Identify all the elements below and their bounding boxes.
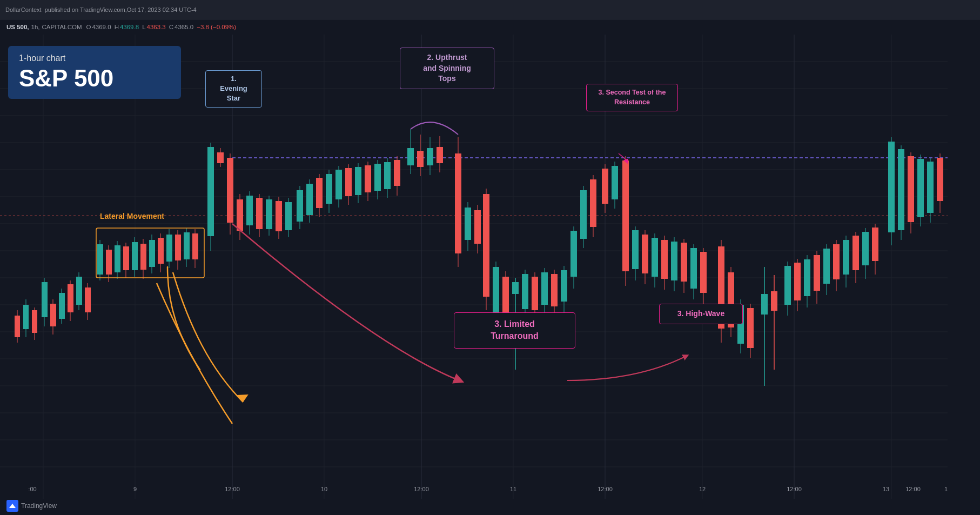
svg-rect-86 bbox=[276, 201, 282, 231]
tv-icon bbox=[6, 500, 18, 512]
svg-rect-180 bbox=[761, 294, 768, 315]
svg-text:12:00: 12:00 bbox=[225, 486, 240, 492]
svg-rect-42 bbox=[68, 284, 73, 312]
svg-rect-118 bbox=[437, 147, 443, 163]
lateral-movement-annotation: Lateral Movement bbox=[100, 212, 164, 220]
tradingview-logo: TradingView bbox=[6, 500, 57, 512]
svg-rect-92 bbox=[306, 184, 313, 215]
platform-text: published on TradingView.com, bbox=[45, 6, 127, 13]
svg-rect-156 bbox=[632, 230, 639, 269]
svg-rect-162 bbox=[661, 240, 668, 279]
o-label: O bbox=[86, 24, 91, 30]
svg-rect-198 bbox=[853, 236, 859, 270]
svg-rect-114 bbox=[417, 151, 424, 167]
svg-rect-32 bbox=[23, 305, 29, 329]
svg-rect-204 bbox=[888, 142, 895, 232]
svg-rect-30 bbox=[15, 316, 20, 337]
svg-rect-116 bbox=[427, 148, 433, 165]
svg-rect-106 bbox=[374, 164, 381, 191]
svg-rect-150 bbox=[602, 169, 608, 204]
svg-rect-212 bbox=[927, 162, 934, 213]
svg-rect-80 bbox=[246, 196, 253, 225]
svg-rect-158 bbox=[642, 235, 648, 273]
svg-rect-194 bbox=[833, 244, 840, 279]
svg-rect-208 bbox=[908, 156, 914, 222]
c-value: 4365.0 bbox=[174, 24, 193, 30]
svg-rect-84 bbox=[266, 199, 272, 229]
svg-rect-72 bbox=[207, 147, 214, 236]
svg-rect-122 bbox=[465, 208, 471, 240]
svg-rect-214 bbox=[937, 158, 943, 201]
svg-rect-200 bbox=[862, 232, 869, 265]
svg-text:11: 11 bbox=[510, 486, 516, 492]
svg-rect-40 bbox=[59, 293, 65, 319]
svg-text:12:00: 12:00 bbox=[905, 486, 921, 492]
svg-rect-48 bbox=[97, 244, 103, 275]
svg-rect-70 bbox=[192, 233, 198, 259]
svg-rect-134 bbox=[522, 274, 528, 309]
svg-rect-166 bbox=[681, 243, 687, 282]
svg-rect-170 bbox=[700, 252, 707, 293]
svg-rect-148 bbox=[590, 179, 596, 227]
svg-rect-140 bbox=[551, 274, 558, 306]
svg-rect-94 bbox=[316, 178, 323, 208]
svg-rect-64 bbox=[166, 235, 172, 262]
svg-rect-110 bbox=[394, 160, 400, 186]
svg-text::00: :00 bbox=[28, 486, 36, 492]
svg-text:12:00: 12:00 bbox=[598, 486, 613, 492]
svg-rect-120 bbox=[455, 153, 461, 253]
svg-rect-74 bbox=[217, 152, 224, 163]
svg-rect-126 bbox=[483, 194, 489, 297]
svg-rect-96 bbox=[326, 174, 332, 204]
publisher-name: DollarContext bbox=[5, 6, 42, 13]
svg-rect-90 bbox=[297, 190, 303, 222]
svg-rect-202 bbox=[872, 228, 878, 261]
chart-canvas: :00 9 12:00 10 12:00 11 12:00 12 12:00 1… bbox=[0, 35, 948, 499]
svg-rect-62 bbox=[158, 238, 164, 264]
svg-rect-184 bbox=[784, 266, 791, 305]
svg-rect-66 bbox=[175, 235, 181, 260]
publish-date: Oct 17, 2023 02:34 UTC-4 bbox=[127, 6, 197, 13]
svg-rect-186 bbox=[794, 263, 801, 300]
svg-text:12: 12 bbox=[699, 486, 706, 492]
svg-rect-132 bbox=[512, 282, 519, 294]
svg-rect-112 bbox=[407, 148, 414, 165]
svg-text:10: 10 bbox=[321, 486, 327, 492]
svg-rect-34 bbox=[32, 310, 37, 333]
svg-rect-136 bbox=[532, 277, 538, 310]
svg-rect-50 bbox=[106, 250, 112, 275]
symbol-name: US 500, bbox=[6, 24, 29, 30]
svg-rect-192 bbox=[823, 249, 830, 284]
svg-rect-168 bbox=[690, 248, 697, 289]
svg-rect-164 bbox=[671, 242, 677, 280]
svg-rect-174 bbox=[728, 272, 734, 327]
l-value: 4363.3 bbox=[147, 24, 166, 30]
svg-rect-206 bbox=[898, 149, 904, 230]
svg-rect-36 bbox=[42, 282, 48, 317]
top-bar: DollarContext published on TradingView.c… bbox=[0, 0, 980, 19]
svg-rect-60 bbox=[149, 240, 155, 267]
svg-rect-104 bbox=[365, 165, 371, 192]
hero-box: 1-hour chart S&P 500 bbox=[8, 46, 181, 99]
svg-rect-54 bbox=[123, 246, 129, 270]
svg-rect-190 bbox=[814, 255, 820, 291]
svg-rect-142 bbox=[561, 270, 567, 302]
svg-text:16: 16 bbox=[944, 486, 948, 492]
svg-rect-210 bbox=[917, 159, 924, 217]
svg-rect-100 bbox=[345, 168, 352, 196]
svg-rect-68 bbox=[184, 232, 190, 259]
svg-rect-172 bbox=[718, 246, 724, 329]
svg-text:9: 9 bbox=[133, 486, 137, 492]
svg-rect-154 bbox=[622, 160, 629, 271]
svg-text:13: 13 bbox=[883, 486, 889, 492]
svg-rect-56 bbox=[132, 242, 138, 270]
svg-rect-78 bbox=[237, 199, 243, 231]
chart-title: S&P 500 bbox=[19, 65, 170, 91]
svg-rect-76 bbox=[227, 158, 233, 223]
change-value: −3.8 (−0.09%) bbox=[197, 24, 236, 30]
svg-rect-138 bbox=[541, 272, 548, 305]
svg-rect-124 bbox=[474, 210, 481, 244]
tv-brand-text: TradingView bbox=[21, 502, 57, 510]
l-label: L bbox=[142, 24, 145, 30]
svg-rect-182 bbox=[771, 291, 777, 311]
